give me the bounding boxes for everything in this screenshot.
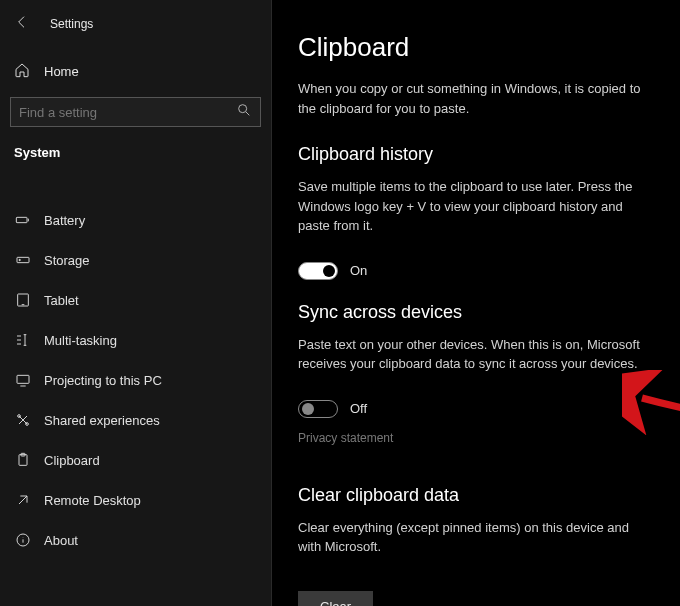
search-wrap: [0, 91, 271, 137]
home-icon: [14, 62, 34, 81]
history-toggle[interactable]: [298, 262, 338, 280]
multitasking-icon: [14, 332, 32, 348]
history-toggle-label: On: [350, 263, 367, 278]
sync-toggle-label: Off: [350, 401, 367, 416]
sidebar-item-battery[interactable]: Battery: [0, 200, 271, 240]
sidebar-item-storage[interactable]: Storage: [0, 240, 271, 280]
sidebar-item-projecting[interactable]: Projecting to this PC: [0, 360, 271, 400]
svg-point-3: [19, 259, 20, 260]
history-heading: Clipboard history: [298, 144, 654, 165]
about-icon: [14, 532, 32, 548]
home-button[interactable]: Home: [0, 52, 271, 91]
sidebar-item-label: Tablet: [44, 293, 79, 308]
search-icon: [236, 102, 252, 122]
search-input[interactable]: [19, 105, 236, 120]
sidebar-item-remote[interactable]: Remote Desktop: [0, 480, 271, 520]
sidebar: Settings Home System Battery Storage Tab…: [0, 0, 272, 606]
projecting-icon: [14, 372, 32, 388]
sidebar-item-about[interactable]: About: [0, 520, 271, 560]
sidebar-header: Settings: [0, 12, 271, 52]
clear-button[interactable]: Clear: [298, 591, 373, 607]
sidebar-item-label: Shared experiences: [44, 413, 160, 428]
nav-list: Battery Storage Tablet Multi-tasking Pro…: [0, 174, 271, 560]
back-icon[interactable]: [14, 14, 30, 34]
sidebar-item-label: Clipboard: [44, 453, 100, 468]
svg-rect-1: [16, 217, 27, 222]
svg-rect-5: [17, 375, 29, 383]
privacy-link[interactable]: Privacy statement: [298, 431, 393, 445]
svg-point-0: [239, 105, 247, 113]
sidebar-item-clipboard[interactable]: Clipboard: [0, 440, 271, 480]
history-desc: Save multiple items to the clipboard to …: [298, 177, 654, 236]
sidebar-item-label: Multi-tasking: [44, 333, 117, 348]
page-intro: When you copy or cut something in Window…: [298, 79, 654, 118]
home-label: Home: [44, 64, 79, 79]
sidebar-item-label: Battery: [44, 213, 85, 228]
clear-heading: Clear clipboard data: [298, 485, 654, 506]
search-box[interactable]: [10, 97, 261, 127]
storage-icon: [14, 252, 32, 268]
remote-icon: [14, 492, 32, 508]
clear-desc: Clear everything (except pinned items) o…: [298, 518, 654, 557]
section-label: System: [0, 137, 271, 174]
history-toggle-row: On: [298, 262, 654, 280]
sidebar-item-label: Remote Desktop: [44, 493, 141, 508]
sync-toggle-row: Off: [298, 400, 654, 418]
app-title: Settings: [50, 17, 93, 31]
page-title: Clipboard: [298, 32, 654, 63]
shared-icon: [14, 412, 32, 428]
sync-desc: Paste text on your other devices. When t…: [298, 335, 654, 374]
main-content: Clipboard When you copy or cut something…: [272, 0, 680, 606]
clipboard-icon: [14, 452, 32, 468]
sidebar-item-shared[interactable]: Shared experiences: [0, 400, 271, 440]
tablet-icon: [14, 292, 32, 308]
sidebar-item-label: Storage: [44, 253, 90, 268]
sidebar-item-tablet[interactable]: Tablet: [0, 280, 271, 320]
sidebar-item-multitasking[interactable]: Multi-tasking: [0, 320, 271, 360]
sidebar-item-label: Projecting to this PC: [44, 373, 162, 388]
sync-heading: Sync across devices: [298, 302, 654, 323]
battery-icon: [14, 212, 32, 228]
sync-toggle[interactable]: [298, 400, 338, 418]
sidebar-item-label: About: [44, 533, 78, 548]
